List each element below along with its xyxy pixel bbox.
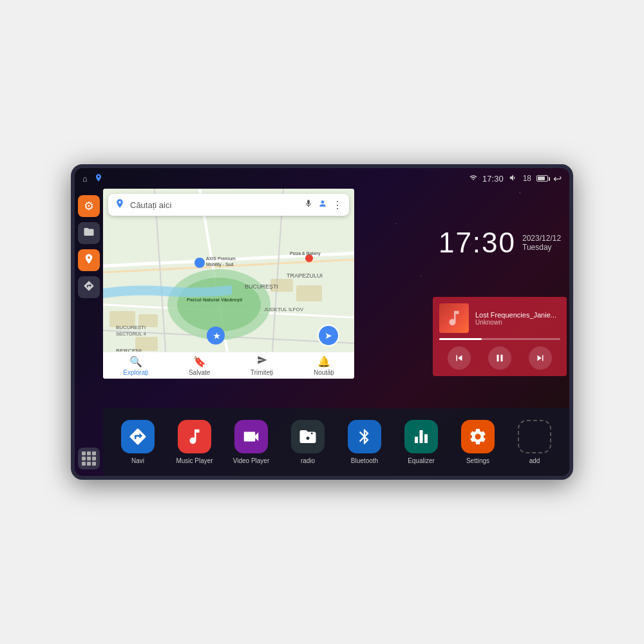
- track-artist: Unknown: [475, 319, 560, 326]
- clock-date: 2023/12/12 Tuesday: [522, 234, 561, 252]
- progress-fill: [439, 338, 482, 340]
- files-icon: [83, 226, 95, 240]
- next-button[interactable]: [529, 346, 552, 370]
- map-nav-share[interactable]: Trimiteți: [251, 355, 273, 376]
- app-music-player[interactable]: Music Player: [174, 420, 215, 464]
- svg-text:➤: ➤: [325, 330, 332, 341]
- screen: ⌂ 17:30 18: [75, 168, 569, 476]
- grid-dot: [87, 457, 91, 460]
- share-icon: [257, 355, 267, 368]
- map-bottom-nav: 🔍 Explorați 🔖 Salvate Trimiteți: [103, 352, 354, 379]
- map-pin-icon: [83, 253, 95, 267]
- news-icon: 🔔: [317, 355, 330, 368]
- sidebar-apps-btn[interactable]: [78, 448, 100, 469]
- navi-label: Navi: [131, 457, 144, 464]
- explore-icon: 🔍: [129, 355, 142, 368]
- news-label: Noutăți: [314, 369, 334, 376]
- video-player-label: Video Player: [233, 457, 270, 464]
- map-search-bar[interactable]: Căutați aici ⋮: [108, 194, 349, 216]
- clock-date-value: 2023/12/12: [522, 234, 561, 243]
- status-right-icons: 17:30 18 ↩: [469, 173, 562, 185]
- grid-dot: [82, 457, 86, 460]
- left-sidebar: ⚙: [75, 189, 103, 476]
- status-left-icons: ⌂: [82, 173, 103, 184]
- svg-text:SECTORUL 4: SECTORUL 4: [116, 331, 146, 337]
- svg-point-25: [194, 258, 205, 268]
- status-bar: ⌂ 17:30 18: [75, 168, 569, 189]
- map-nav-explore[interactable]: 🔍 Explorați: [123, 355, 148, 376]
- wifi-icon: [469, 174, 477, 184]
- map-nav-saved[interactable]: 🔖 Salvate: [189, 355, 210, 376]
- player-info: Lost Frequencies_Janie... Unknown: [439, 303, 560, 333]
- music-player-widget: Lost Frequencies_Janie... Unknown: [433, 297, 567, 376]
- battery-level: 18: [523, 174, 531, 183]
- navigation-icon: [83, 280, 95, 294]
- app-bluetooth[interactable]: Bluetooth: [344, 420, 385, 464]
- settings-app-label: Settings: [466, 457, 489, 464]
- clock-day-value: Tuesday: [522, 243, 552, 252]
- settings-icon: ⚙: [84, 199, 94, 213]
- equalizer-icon: [404, 420, 438, 453]
- sidebar-files-btn[interactable]: [78, 222, 100, 244]
- app-video-player[interactable]: Video Player: [231, 420, 272, 464]
- app-radio[interactable]: radio: [287, 420, 328, 464]
- pause-button[interactable]: [488, 346, 511, 370]
- sidebar-nav-btn[interactable]: [78, 276, 100, 298]
- album-art-image: [439, 303, 469, 333]
- map-nav-news[interactable]: 🔔 Noutăți: [314, 355, 334, 376]
- svg-text:Pizza & Bakery: Pizza & Bakery: [290, 251, 321, 256]
- explore-label: Explorați: [123, 369, 148, 376]
- svg-text:BUCUREȘTI: BUCUREȘTI: [116, 325, 146, 330]
- radio-label: radio: [301, 457, 315, 464]
- app-add[interactable]: add: [514, 420, 555, 464]
- mic-icon[interactable]: [304, 199, 313, 211]
- account-icon[interactable]: [318, 199, 327, 211]
- right-panel: 17:30 2023/12/12 Tuesday: [430, 189, 569, 379]
- home-icon[interactable]: ⌂: [82, 174, 88, 184]
- svg-text:BUCUREȘTI: BUCUREȘTI: [245, 283, 278, 290]
- back-icon[interactable]: ↩: [553, 173, 562, 185]
- battery-icon: [536, 175, 548, 182]
- grid-dot: [87, 462, 91, 466]
- clock-time: 17:30: [439, 227, 516, 259]
- app-settings[interactable]: Settings: [457, 420, 498, 464]
- menu-icon[interactable]: ⋮: [332, 199, 343, 211]
- svg-point-38: [118, 201, 120, 203]
- bluetooth-label: Bluetooth: [351, 457, 378, 464]
- album-art: [439, 303, 469, 333]
- clock-area: 17:30 2023/12/12 Tuesday: [430, 189, 569, 297]
- svg-text:JUDEȚUL ILFOV: JUDEȚUL ILFOV: [264, 307, 304, 312]
- app-navi[interactable]: Navi: [117, 420, 158, 464]
- sidebar-map-btn[interactable]: [78, 249, 100, 271]
- svg-text:TRAPEZULUI: TRAPEZULUI: [287, 272, 323, 279]
- prev-button[interactable]: [448, 346, 471, 370]
- settings-app-icon: [461, 420, 495, 453]
- video-player-icon: [234, 420, 268, 453]
- add-app-icon: [518, 420, 551, 453]
- progress-bar[interactable]: [439, 338, 560, 340]
- svg-rect-13: [296, 285, 322, 301]
- player-controls: [439, 346, 560, 370]
- volume-icon: [509, 173, 518, 184]
- svg-text:AXIS Premium: AXIS Premium: [206, 256, 236, 261]
- music-player-label: Music Player: [176, 457, 213, 464]
- map-area[interactable]: TRAPEZULUI BUCUREȘTI JUDEȚUL ILFOV BUCUR…: [103, 189, 354, 379]
- saved-icon: 🔖: [193, 355, 206, 368]
- grid-dot: [87, 451, 91, 455]
- sidebar-settings-btn[interactable]: ⚙: [78, 195, 100, 217]
- music-player-icon: [178, 420, 211, 453]
- google-maps-icon: [115, 198, 125, 211]
- app-equalizer[interactable]: Equalizer: [401, 420, 442, 464]
- svg-text:Parcul Natural Văcărești: Parcul Natural Văcărești: [187, 297, 242, 303]
- navi-icon: [121, 420, 155, 453]
- svg-text:Mobility - Sud: Mobility - Sud: [206, 262, 234, 267]
- grid-dot: [82, 462, 86, 466]
- status-time: 17:30: [482, 174, 504, 184]
- grid-dot: [92, 457, 96, 460]
- share-label: Trimiteți: [251, 369, 273, 376]
- map-search-text: Căutați aici: [130, 200, 299, 210]
- track-info: Lost Frequencies_Janie... Unknown: [475, 311, 560, 326]
- map-icon[interactable]: [94, 173, 103, 184]
- grid-dot: [82, 451, 86, 455]
- svg-text:★: ★: [213, 332, 220, 341]
